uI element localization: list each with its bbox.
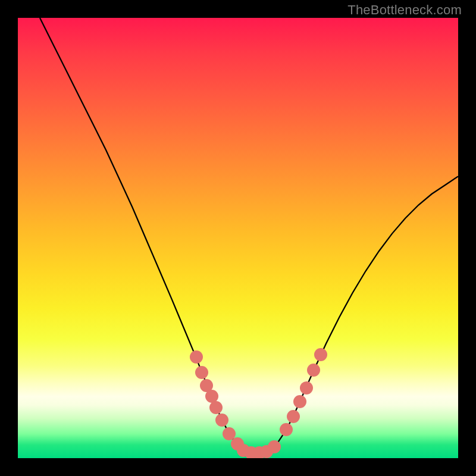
data-marker (300, 381, 313, 394)
data-marker (268, 440, 281, 453)
data-marker (307, 364, 320, 377)
watermark-text: TheBottleneck.com (347, 2, 462, 18)
data-marker (209, 401, 223, 414)
data-marker (293, 395, 306, 408)
markers-layer (18, 18, 458, 458)
data-marker (195, 366, 208, 379)
data-marker (287, 410, 300, 423)
data-marker (215, 414, 228, 427)
data-marker (314, 348, 327, 361)
plot-area (18, 18, 458, 458)
data-marker (190, 350, 203, 364)
data-marker (280, 423, 293, 436)
chart-frame: TheBottleneck.com (0, 0, 476, 476)
